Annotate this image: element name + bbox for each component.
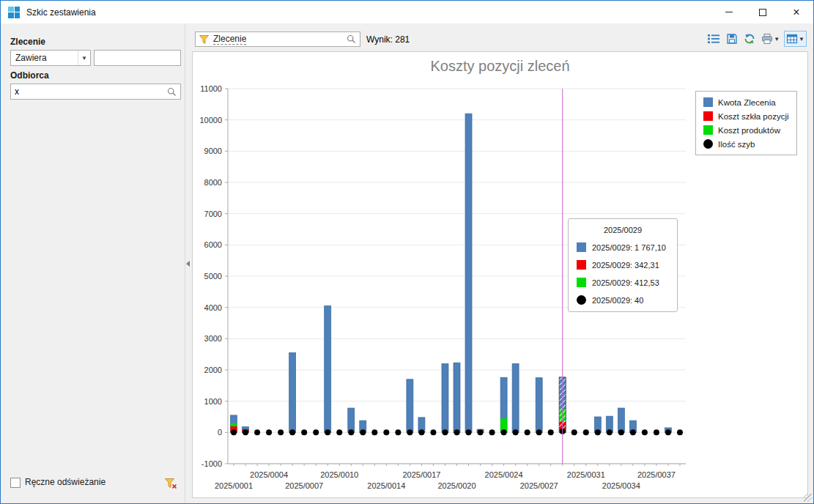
refresh-button[interactable] — [742, 31, 757, 47]
point-ilosc-szyb — [278, 429, 284, 435]
point-ilosc-szyb — [336, 429, 342, 435]
svg-text:2025/0014: 2025/0014 — [367, 481, 405, 490]
clear-filter-button[interactable] — [161, 474, 180, 493]
tooltip-row: 2025/0029: 40 — [577, 295, 669, 305]
point-ilosc-szyb — [642, 429, 648, 435]
point-ilosc-szyb — [525, 429, 530, 435]
print-button[interactable]: ▼ — [760, 31, 781, 47]
odbiorca-search-field[interactable] — [10, 84, 181, 100]
point-ilosc-szyb — [654, 429, 659, 435]
tooltip-value: 2025/0029: 412,53 — [592, 278, 659, 287]
legend-label: Koszt produktów — [718, 126, 780, 135]
legend-label: Kwota Zlecenia — [718, 98, 776, 107]
point-ilosc-szyb — [231, 429, 237, 435]
collapse-panel-icon[interactable] — [186, 261, 190, 267]
toolbar-icons: ▼ ▼ — [706, 31, 807, 47]
filter-sidebar: Zlecenie Zawiera ▼ Odbiorca Ręczne odświ… — [1, 23, 185, 503]
zlecenie-label: Zlecenie — [10, 37, 45, 47]
search-icon[interactable] — [347, 34, 356, 44]
minimize-button[interactable] — [712, 1, 746, 23]
tooltip-marker — [577, 278, 586, 287]
point-ilosc-szyb — [407, 429, 412, 435]
tooltip-value: 2025/0029: 1 767,10 — [592, 243, 666, 252]
point-ilosc-szyb — [371, 429, 377, 435]
app-grid-icon — [8, 7, 20, 18]
legend-label: Ilość szyb — [718, 140, 755, 149]
view-selector-button[interactable]: ▼ — [784, 31, 807, 47]
point-ilosc-szyb — [418, 429, 424, 435]
chart-panel: Koszty pozycji zleceń -10000100020003000… — [192, 51, 808, 498]
tooltip-header: 2025/0029 — [577, 226, 669, 234]
svg-text:2025/0010: 2025/0010 — [320, 470, 358, 479]
point-ilosc-szyb — [630, 429, 636, 435]
legend-marker — [703, 111, 713, 121]
tooltip-marker — [577, 295, 586, 305]
svg-text:2025/0004: 2025/0004 — [250, 470, 288, 479]
bar-kwota-zlecenia — [465, 114, 472, 432]
svg-text:10000: 10000 — [199, 116, 222, 125]
resize-grip[interactable] — [804, 494, 812, 502]
svg-text:6000: 6000 — [204, 240, 222, 249]
minimize-icon — [725, 12, 733, 12]
tooltip-row: 2025/0029: 342,31 — [577, 260, 669, 270]
point-ilosc-szyb — [489, 429, 495, 435]
point-ilosc-szyb — [513, 429, 519, 435]
point-ilosc-szyb — [466, 429, 472, 435]
panel-splitter[interactable] — [185, 23, 190, 503]
svg-text:2025/0020: 2025/0020 — [438, 481, 476, 490]
bar-kwota-zlecenia — [512, 363, 519, 432]
svg-text:2025/0024: 2025/0024 — [485, 470, 523, 479]
maximize-button[interactable] — [746, 1, 780, 23]
point-ilosc-szyb — [254, 429, 260, 435]
chart-tooltip: 2025/0029 2025/0029: 1 767,102025/0029: … — [568, 218, 678, 312]
tooltip-marker — [577, 242, 586, 252]
titlebar: Szkic zestawienia × — [1, 1, 813, 23]
field-list-button[interactable] — [706, 31, 722, 47]
svg-text:-1000: -1000 — [201, 459, 222, 468]
zlecenie-operator-combo[interactable]: Zawiera ▼ — [10, 50, 91, 66]
point-ilosc-szyb — [383, 429, 389, 435]
caret-down-icon: ▼ — [774, 36, 780, 42]
point-ilosc-szyb — [595, 429, 601, 435]
point-ilosc-szyb — [289, 429, 295, 435]
point-ilosc-szyb — [313, 429, 319, 435]
close-icon: × — [793, 7, 799, 18]
manual-refresh-checkbox[interactable] — [10, 478, 21, 488]
app-window: Szkic zestawienia × Zlecenie Zawiera ▼ O… — [0, 0, 814, 504]
filter-funnel-icon — [199, 35, 209, 44]
point-ilosc-szyb — [243, 429, 248, 435]
svg-text:9000: 9000 — [204, 147, 222, 155]
point-ilosc-szyb — [430, 429, 436, 435]
odbiorca-search-input[interactable] — [15, 86, 167, 97]
legend-marker — [703, 97, 713, 107]
main-area: Zlecenie Wynik: 281 — [190, 23, 813, 503]
point-ilosc-szyb — [583, 429, 589, 435]
svg-text:2025/0001: 2025/0001 — [215, 481, 253, 490]
svg-text:5000: 5000 — [204, 272, 222, 281]
point-ilosc-szyb — [677, 429, 683, 435]
svg-text:2025/0031: 2025/0031 — [567, 470, 605, 479]
legend-item: Koszt szkła pozycji — [703, 111, 789, 121]
tooltip-row: 2025/0029: 1 767,10 — [577, 242, 669, 252]
zlecenie-quick-filter[interactable]: Zlecenie — [195, 32, 360, 47]
zlecenie-filter-input[interactable] — [94, 50, 181, 66]
svg-text:3000: 3000 — [204, 334, 222, 343]
bar-kwota-zlecenia — [407, 379, 413, 433]
legend-marker — [703, 125, 713, 135]
point-ilosc-szyb — [454, 429, 460, 435]
odbiorca-label: Odbiorca — [10, 70, 49, 81]
caret-down-icon: ▼ — [799, 36, 804, 42]
combo-dropdown-icon[interactable]: ▼ — [78, 51, 90, 65]
svg-text:4000: 4000 — [204, 303, 222, 312]
field-list-icon — [707, 34, 720, 44]
point-ilosc-szyb — [536, 429, 542, 435]
point-ilosc-szyb — [442, 429, 448, 435]
quick-filter-value[interactable]: Zlecenie — [213, 34, 246, 45]
tooltip-value: 2025/0029: 40 — [592, 296, 643, 305]
maximize-icon — [759, 9, 766, 16]
search-icon[interactable] — [167, 87, 177, 97]
point-ilosc-szyb — [348, 429, 354, 435]
bar-kwota-zlecenia — [442, 363, 448, 432]
close-button[interactable]: × — [780, 1, 813, 23]
save-button[interactable] — [725, 31, 739, 47]
